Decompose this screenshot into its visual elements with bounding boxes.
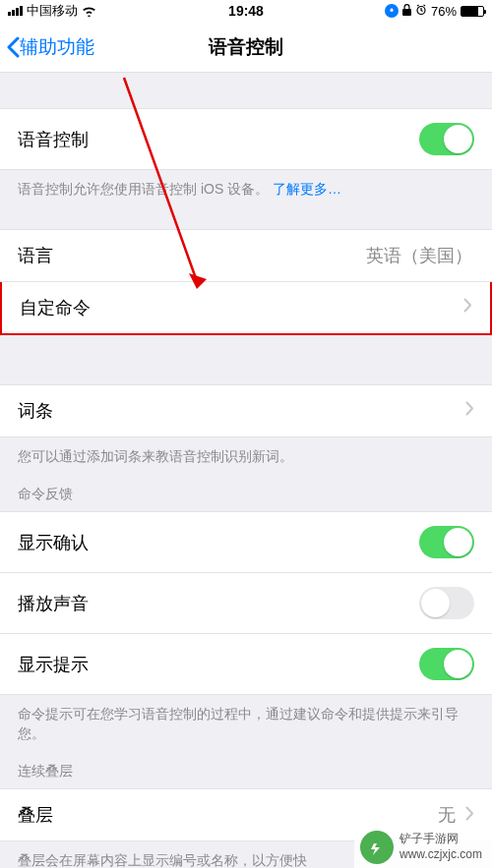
show-confirmation-row[interactable]: 显示确认 xyxy=(0,511,492,573)
status-bar: 中国移动 19:48 76% xyxy=(0,0,492,22)
nav-bar: 辅助功能 语音控制 xyxy=(0,22,492,73)
chevron-right-icon xyxy=(465,805,474,826)
battery-text: 76% xyxy=(431,4,457,19)
play-sound-row[interactable]: 播放声音 xyxy=(0,573,492,634)
voice-control-row[interactable]: 语音控制 xyxy=(0,108,492,170)
play-sound-toggle[interactable] xyxy=(419,587,474,619)
overlay-label: 叠层 xyxy=(18,803,438,827)
voice-control-label: 语音控制 xyxy=(18,128,419,151)
voice-control-toggle[interactable] xyxy=(419,123,474,155)
language-label: 语言 xyxy=(18,244,366,267)
language-value: 英语（美国） xyxy=(366,244,472,267)
back-label: 辅助功能 xyxy=(20,34,94,60)
chevron-left-icon xyxy=(6,36,20,58)
watermark-logo-icon xyxy=(360,831,394,864)
continuous-overlay-header: 连续叠层 xyxy=(0,755,492,788)
show-hints-toggle[interactable] xyxy=(419,648,474,680)
show-confirmation-toggle[interactable] xyxy=(419,526,474,558)
status-time: 19:48 xyxy=(228,3,264,19)
back-button[interactable]: 辅助功能 xyxy=(6,34,94,60)
status-left: 中国移动 xyxy=(8,2,228,20)
vocabulary-label: 词条 xyxy=(18,399,458,423)
lock-icon xyxy=(402,4,411,19)
show-confirmation-label: 显示确认 xyxy=(18,531,419,554)
alarm-icon xyxy=(415,4,427,19)
vocabulary-footer: 您可以通过添加词条来教语音控制识别新词。 xyxy=(0,437,492,479)
custom-commands-label: 自定命令 xyxy=(20,296,456,319)
voice-control-desc: 语音控制允许您使用语音控制 iOS 设备。 xyxy=(18,181,269,197)
language-row[interactable]: 语言 英语（美国） xyxy=(0,229,492,282)
play-sound-label: 播放声音 xyxy=(18,592,419,615)
show-hints-label: 显示提示 xyxy=(18,653,419,676)
command-feedback-header: 命令反馈 xyxy=(0,478,492,511)
voice-control-footer: 语音控制允许您使用语音控制 iOS 设备。 了解更多… xyxy=(0,170,492,211)
custom-commands-row[interactable]: 自定命令 xyxy=(0,282,492,335)
show-hints-row[interactable]: 显示提示 xyxy=(0,634,492,695)
watermark-line2: www.czjxjc.com xyxy=(400,847,482,863)
chevron-right-icon xyxy=(463,297,472,318)
battery-icon xyxy=(461,6,484,17)
watermark-line1: 铲子手游网 xyxy=(400,832,482,847)
vocabulary-row[interactable]: 词条 xyxy=(0,384,492,437)
signal-icon xyxy=(8,6,23,16)
wifi-icon xyxy=(82,6,96,17)
chevron-right-icon xyxy=(465,400,474,421)
hints-footer: 命令提示可在您学习语音控制的过程中，通过建议命令和提供提示来引导您。 xyxy=(0,695,492,755)
watermark: 铲子手游网 www.czjxjc.com xyxy=(354,827,492,868)
mic-indicator-icon xyxy=(385,4,399,18)
status-right: 76% xyxy=(264,4,484,19)
overlay-value: 无 xyxy=(438,803,456,827)
learn-more-link[interactable]: 了解更多… xyxy=(273,181,341,197)
carrier-label: 中国移动 xyxy=(27,2,78,20)
